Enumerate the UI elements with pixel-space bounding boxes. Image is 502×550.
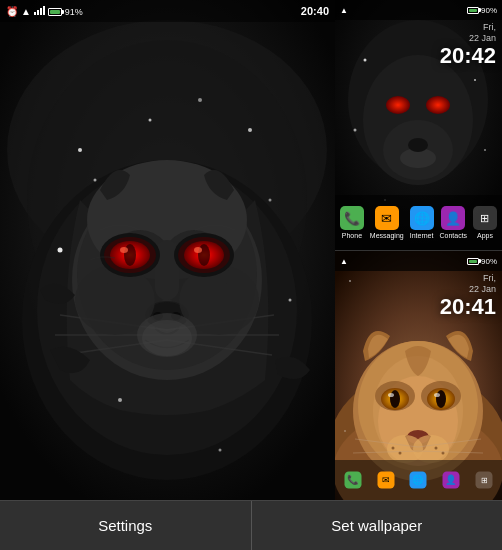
bottom-bar: Settings Set wallpaper: [0, 500, 502, 550]
dark-lion-svg: [0, 0, 335, 500]
top-phone-clock-area: Fri, 22 Jan 20:42: [440, 22, 496, 68]
dock-apps-icon: ⊞: [473, 206, 497, 230]
svg-point-33: [198, 244, 210, 266]
bottom-dock-msg: ✉: [377, 472, 394, 489]
top-phone-status-icon: ▲: [340, 6, 348, 15]
top-phone-preview[interactable]: ▲ 90%: [335, 0, 502, 250]
bottom-dock-apps: ⊞: [475, 472, 492, 489]
dock-phone-icon: 📞: [340, 206, 364, 230]
svg-point-81: [435, 447, 438, 450]
svg-point-40: [58, 248, 63, 253]
dock-apps: ⊞ Apps: [473, 206, 497, 239]
svg-point-78: [413, 435, 449, 463]
svg-point-32: [124, 244, 136, 266]
svg-point-38: [248, 128, 252, 132]
svg-point-56: [474, 79, 476, 81]
dock-apps-label: Apps: [477, 232, 493, 239]
bottom-phone-status-left: ▲: [340, 257, 348, 266]
wifi-icon: ▲: [21, 6, 31, 17]
svg-point-37: [94, 179, 97, 182]
dock-contacts-label: Contacts: [439, 232, 467, 239]
svg-point-89: [344, 430, 346, 432]
svg-point-25: [142, 320, 192, 356]
top-phone-date-line1: Fri,: [440, 22, 496, 33]
bottom-phone-dock: 📞 ✉ 🌐 👤 ⊞: [335, 460, 502, 500]
bottom-phone-preview[interactable]: ▲ 90%: [335, 250, 502, 500]
svg-point-51: [426, 96, 450, 114]
top-phone-status-left: ▲: [340, 6, 348, 15]
dock-messaging-label: Messaging: [370, 232, 404, 239]
svg-point-41: [289, 299, 292, 302]
alarm-icon: ⏰: [6, 6, 18, 17]
dock-phone: 📞 Phone: [340, 206, 364, 239]
dock-contacts: 👤 Contacts: [439, 206, 467, 239]
top-phone-battery-text: 90%: [481, 6, 497, 15]
left-status-icons: ⏰ ▲ 91%: [6, 5, 83, 17]
top-phone-status-right: 90%: [467, 6, 497, 15]
set-wallpaper-button[interactable]: Set wallpaper: [252, 501, 503, 550]
svg-point-79: [392, 447, 395, 450]
svg-point-36: [78, 148, 82, 152]
dock-internet-icon: 🌐: [410, 206, 434, 230]
bottom-phone-status-bar: ▲ 90%: [335, 251, 502, 271]
left-preview-panel: ⏰ ▲ 91% 20:40: [0, 0, 335, 500]
svg-point-45: [219, 449, 222, 452]
svg-point-87: [349, 280, 351, 282]
bottom-phone-clock-area: Fri, 22 Jan 20:41: [440, 273, 496, 319]
svg-point-39: [269, 199, 272, 202]
main-container: ⏰ ▲ 91% 20:40: [0, 0, 502, 500]
svg-point-74: [388, 393, 394, 397]
svg-point-58: [484, 149, 486, 151]
bottom-phone-date-line1: Fri,: [440, 273, 496, 284]
signal-icon: [34, 5, 45, 17]
bottom-dock-phone: 📞: [345, 472, 362, 489]
top-phone-battery-icon: [467, 6, 479, 15]
svg-point-43: [198, 98, 202, 102]
bottom-phone-battery-icon: [467, 257, 479, 266]
svg-point-35: [194, 247, 202, 253]
bottom-dock-apps-icon: ⊞: [475, 472, 492, 489]
battery-left: 91%: [48, 6, 83, 17]
left-wallpaper-image: [0, 0, 335, 500]
bottom-phone-time: 20:41: [440, 295, 496, 319]
bottom-phone-date-line2: 22 Jan: [440, 284, 496, 295]
dock-contacts-icon: 👤: [441, 206, 465, 230]
svg-point-34: [120, 247, 128, 253]
svg-point-54: [408, 138, 428, 152]
top-phone-time: 20:42: [440, 44, 496, 68]
bottom-dock-internet: 🌐: [410, 472, 427, 489]
bottom-dock-phone-icon: 📞: [345, 472, 362, 489]
svg-point-55: [364, 59, 367, 62]
top-phone-date-line2: 22 Jan: [440, 33, 496, 44]
dock-phone-label: Phone: [342, 232, 362, 239]
svg-point-57: [354, 129, 357, 132]
top-phone-dock: 📞 Phone ✉ Messaging 🌐 Internet 👤 Contact…: [335, 195, 502, 250]
svg-point-44: [118, 398, 122, 402]
top-phone-status-bar: ▲ 90%: [335, 0, 502, 20]
svg-point-75: [434, 393, 440, 397]
bottom-phone-status-icon: ▲: [340, 257, 348, 266]
svg-point-50: [386, 96, 410, 114]
left-status-time: 20:40: [301, 5, 329, 17]
bottom-dock-internet-icon: 🌐: [410, 472, 427, 489]
left-status-bar: ⏰ ▲ 91% 20:40: [0, 0, 335, 22]
dock-messaging: ✉ Messaging: [370, 206, 404, 239]
dock-internet-label: Internet: [410, 232, 434, 239]
dock-internet: 🌐 Internet: [410, 206, 434, 239]
bottom-phone-status-right: 90%: [467, 257, 497, 266]
dock-messaging-icon: ✉: [375, 206, 399, 230]
right-panel: ▲ 90%: [335, 0, 502, 500]
bottom-phone-battery-text: 90%: [481, 257, 497, 266]
bottom-dock-contacts: 👤: [443, 472, 460, 489]
bottom-dock-contacts-icon: 👤: [443, 472, 460, 489]
settings-button[interactable]: Settings: [0, 501, 252, 550]
svg-point-72: [390, 390, 400, 408]
bottom-dock-msg-icon: ✉: [377, 472, 394, 489]
svg-point-42: [149, 119, 152, 122]
svg-point-73: [436, 390, 446, 408]
